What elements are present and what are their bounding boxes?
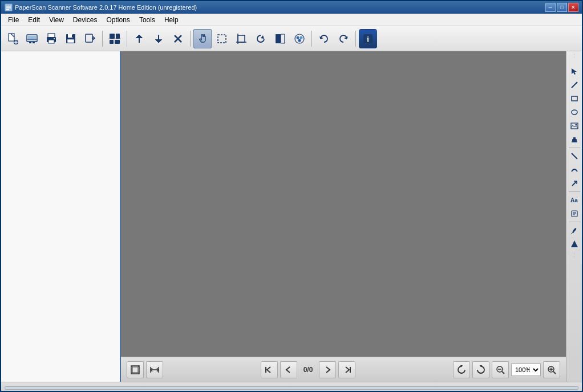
print-button[interactable]	[42, 29, 60, 48]
stamp-tool-button[interactable]	[568, 133, 581, 146]
svg-rect-20	[67, 39, 74, 43]
minimize-button[interactable]: ─	[545, 3, 556, 12]
arrow-tool-button[interactable]	[568, 177, 581, 190]
svg-rect-44	[132, 367, 138, 373]
svg-line-71	[572, 181, 577, 186]
zoom-in-button[interactable]	[543, 361, 560, 378]
sidebar	[1, 51, 121, 382]
rotate-left-button[interactable]	[453, 361, 470, 378]
info-button[interactable]: i	[359, 29, 377, 48]
svg-rect-27	[115, 40, 120, 44]
svg-rect-22	[86, 34, 92, 42]
selection-tool-button[interactable]	[213, 29, 231, 48]
pen-tool-button[interactable]	[568, 224, 581, 236]
svg-rect-4	[9, 34, 14, 41]
svg-text:i: i	[367, 35, 369, 43]
separator-5	[355, 31, 356, 47]
canvas-area: 0/0	[121, 51, 566, 382]
brightness-button[interactable]	[271, 29, 289, 48]
svg-point-64	[572, 110, 577, 115]
svg-rect-25	[116, 34, 120, 39]
move-up-button[interactable]	[130, 29, 148, 48]
svg-rect-35	[276, 34, 281, 43]
svg-rect-68	[573, 137, 576, 140]
diagonal-line-button[interactable]	[568, 150, 581, 162]
maximize-button[interactable]: □	[557, 3, 567, 12]
save-button[interactable]	[62, 29, 80, 48]
svg-point-40	[298, 39, 301, 42]
scan-button[interactable]	[23, 29, 41, 48]
svg-line-60	[553, 371, 556, 374]
svg-rect-24	[110, 34, 115, 39]
redo-button[interactable]	[334, 29, 353, 48]
zoom-out-button[interactable]	[492, 361, 509, 378]
move-down-button[interactable]	[149, 29, 168, 48]
right-sep-2	[569, 191, 580, 192]
image-tool-button[interactable]	[568, 120, 581, 132]
menu-file[interactable]: File	[3, 14, 23, 26]
export-button[interactable]	[81, 29, 99, 48]
layout-button[interactable]	[106, 29, 124, 48]
menu-tools[interactable]: Tools	[135, 14, 160, 26]
zoom-select[interactable]: 25% 50% 75% 100% 150% 200%	[511, 364, 541, 376]
toolbar: i	[1, 26, 582, 51]
rotate-zoom-buttons: 25% 50% 75% 100% 150% 200%	[453, 361, 560, 378]
color-button[interactable]	[290, 29, 309, 48]
right-sep-1	[569, 148, 580, 148]
note-tool-button[interactable]	[568, 207, 581, 220]
crop-tool-button[interactable]	[232, 29, 250, 48]
svg-rect-12	[29, 42, 31, 43]
menu-options[interactable]: Options	[102, 14, 135, 26]
rectangle-tool-button[interactable]	[568, 92, 581, 105]
prev-page-button[interactable]	[280, 361, 297, 378]
svg-rect-21	[72, 35, 73, 37]
fit-page-button[interactable]	[127, 361, 144, 378]
ellipse-tool-button[interactable]	[568, 106, 581, 119]
menu-view[interactable]: View	[44, 14, 68, 26]
right-toolbar-dots: ···	[572, 54, 577, 63]
curve-tool-button[interactable]	[568, 164, 581, 176]
svg-line-76	[571, 233, 572, 234]
menu-edit[interactable]: Edit	[23, 14, 44, 26]
undo-button[interactable]	[315, 29, 333, 48]
rotate-button[interactable]	[252, 29, 270, 48]
svg-rect-2	[6, 7, 11, 9]
first-page-button[interactable]	[261, 361, 278, 378]
svg-rect-31	[218, 35, 226, 43]
new-button[interactable]	[3, 29, 22, 48]
separator-3	[190, 31, 191, 47]
right-toolbar-dots-bottom: ···	[572, 252, 577, 262]
window-controls[interactable]: ─ □ ✕	[545, 3, 578, 12]
svg-rect-63	[572, 96, 577, 101]
app-icon	[5, 3, 13, 11]
shape-fill-button[interactable]	[568, 238, 581, 250]
fit-width-button[interactable]	[146, 361, 163, 378]
delete-button[interactable]	[169, 29, 187, 48]
line-tool-button[interactable]	[568, 79, 581, 91]
title-bar: PaperScan Scanner Software 2.0.17 Home E…	[1, 1, 582, 14]
rotate-right-button[interactable]	[472, 361, 489, 378]
svg-point-17	[54, 38, 55, 39]
svg-rect-26	[110, 40, 114, 44]
svg-line-56	[502, 371, 504, 374]
svg-marker-77	[571, 240, 578, 247]
svg-rect-14	[48, 34, 55, 38]
last-page-button[interactable]	[338, 361, 355, 378]
menu-help[interactable]: Help	[160, 14, 183, 26]
fit-buttons	[127, 361, 163, 378]
canvas-bottom-bar: 0/0	[121, 357, 566, 382]
menu-devices[interactable]: Devices	[68, 14, 102, 26]
svg-rect-1	[6, 6, 11, 7]
main-layout: 0/0	[1, 51, 582, 382]
title-bar-text: PaperScan Scanner Software 2.0.17 Home E…	[15, 4, 197, 11]
pointer-tool-button[interactable]	[568, 65, 581, 77]
canvas-content	[121, 51, 566, 357]
close-button[interactable]: ✕	[568, 3, 578, 12]
svg-rect-32	[238, 35, 245, 42]
status-bar	[1, 382, 582, 392]
right-toolbar: ···	[566, 51, 582, 382]
hand-tool-button[interactable]	[193, 29, 212, 48]
text-tool-button[interactable]: Aa	[568, 194, 581, 206]
svg-line-70	[572, 153, 577, 159]
next-page-button[interactable]	[319, 361, 336, 378]
